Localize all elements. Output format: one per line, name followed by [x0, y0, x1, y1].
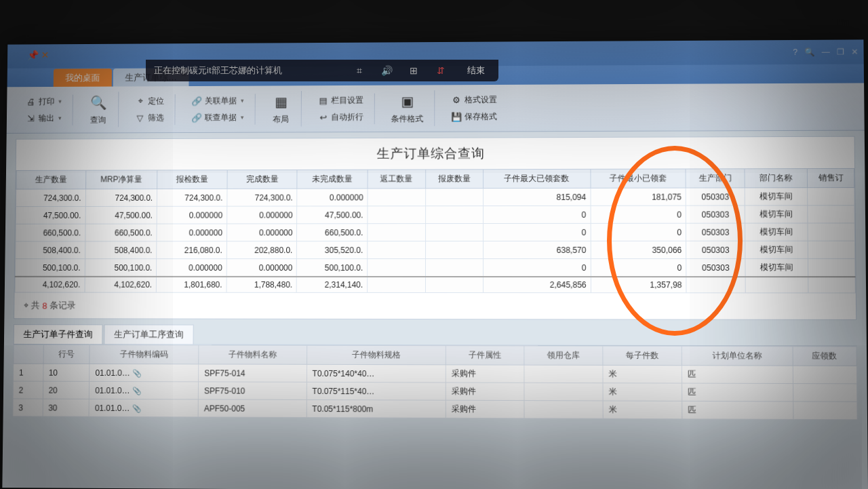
cond-format-button[interactable]: ▣条件格式	[387, 90, 428, 126]
scol-unit[interactable]: 计划单位名称	[682, 346, 793, 366]
report-title: 生产订单综合查询	[16, 137, 854, 170]
col-mrp-net[interactable]: MRP净算量	[85, 170, 157, 189]
scol-name[interactable]: 子件物料名称	[199, 345, 307, 364]
table-row[interactable]: 660,500.0.660,500.0.0.0000000.000000660,…	[16, 223, 855, 241]
report-panel: 生产订单综合查询 生产数量 MRP净算量 报检数量 完成数量 未完成数量 返工数…	[14, 136, 856, 320]
magnify-icon: 🔍	[89, 93, 108, 112]
export-button[interactable]: ⇲输出▾	[21, 111, 66, 125]
main-grid[interactable]: 生产数量 MRP净算量 报检数量 完成数量 未完成数量 返工数量 报废数量 子件…	[15, 168, 856, 294]
scol-per[interactable]: 每子件数	[603, 346, 682, 366]
remote-status: 正在控制碳元it部王芯娜的计算机	[154, 64, 282, 77]
child-grid[interactable]: 行号 子件物料编码 子件物料名称 子件物料规格 子件属性 领用仓库 每子件数 计…	[12, 345, 857, 420]
table-row[interactable]: 11001.01.0… 📎SPF75-014T0.075*140*40…采购件米…	[13, 364, 856, 384]
end-session-button[interactable]: 结束	[462, 63, 490, 78]
ribbon-toolbar: 🖨打印▾ ⇲输出▾ 🔍查询 ⌖定位 ▽筛选 🔗关联单据▾ 🔗联查单据▾ ▦布局 …	[7, 83, 865, 133]
table-row[interactable]: 47,500.00.47,500.00.0.0000000.00000047,5…	[16, 206, 854, 224]
scol-code[interactable]: 子件物料编码	[90, 345, 199, 364]
columns-icon: ▤	[318, 95, 329, 106]
query-button[interactable]: 🔍查询	[85, 92, 112, 127]
col-rework-qty[interactable]: 返工数量	[368, 170, 425, 189]
cursor-icon: ⌖	[24, 300, 28, 311]
print-button[interactable]: 🖨打印▾	[22, 94, 66, 109]
link-icon: 🔗	[191, 96, 202, 106]
layout-button[interactable]: ▦布局	[267, 91, 294, 126]
wrap-icon: ↩	[317, 112, 328, 123]
column-settings-button[interactable]: ▤栏目设置	[314, 93, 368, 107]
pin-icon[interactable]: 📌 ✕	[27, 50, 49, 60]
col-dept-name[interactable]: 部门名称	[745, 169, 808, 188]
save-icon: 💾	[451, 111, 462, 122]
speaker-icon[interactable]: 🔊	[380, 64, 393, 77]
scol-req[interactable]: 应领数	[793, 347, 857, 366]
scol-attr[interactable]: 子件属性	[446, 346, 525, 365]
table-row[interactable]: 508,400.0.508,400.0.216,080.0.202,880.0.…	[16, 241, 855, 258]
tab-desktop[interactable]: 我的桌面	[54, 69, 112, 87]
locate-button[interactable]: ⌖定位	[131, 94, 168, 108]
transfer-icon[interactable]: ⇵	[435, 64, 447, 77]
close-button[interactable]: ✕	[851, 47, 858, 56]
table-row[interactable]: 500,100.0.500,100.0.0.0000000.000000500,…	[15, 258, 855, 277]
layout-icon: ▦	[271, 92, 290, 111]
scol-idx	[14, 345, 43, 364]
table-row[interactable]: 724,300.0.724,300.0.724,300.0.724,300.0.…	[16, 188, 855, 207]
detail-panel: 生产订单子件查询 生产订单工序查询 行号 子件物料编码 子件物料名称 子件物料规…	[12, 324, 857, 420]
add-icon[interactable]: ⊞	[408, 64, 420, 77]
locate-icon: ⌖	[135, 96, 146, 106]
col-prod-qty[interactable]: 生产数量	[16, 170, 86, 189]
format-settings-button[interactable]: ⚙格式设置	[447, 92, 501, 106]
col-dept-code[interactable]: 生产部门	[686, 169, 745, 188]
filter-icon: ▽	[135, 113, 146, 123]
fmt-icon: ⚙	[451, 94, 462, 105]
remote-control-bar: 正在控制碳元it部王芯娜的计算机 ⌗ 🔊 ⊞ ⇵ 结束	[146, 60, 498, 81]
col-child-max[interactable]: 子件最大已领套数	[484, 169, 591, 188]
save-format-button[interactable]: 💾保存格式	[447, 109, 501, 123]
minimize-button[interactable]: —	[822, 47, 830, 57]
export-icon: ⇲	[25, 113, 36, 123]
search-icon[interactable]: 🔍	[804, 47, 814, 57]
scol-spec[interactable]: 子件物料规格	[307, 345, 446, 365]
header-row: 生产数量 MRP净算量 报检数量 完成数量 未完成数量 返工数量 报废数量 子件…	[16, 168, 854, 189]
auto-wrap-button[interactable]: ↩自动折行	[314, 110, 368, 124]
record-count: ⌖ 共8条记录	[14, 293, 856, 319]
filter-button[interactable]: ▽筛选	[131, 111, 168, 125]
col-scrap-qty[interactable]: 报废数量	[425, 170, 483, 189]
col-complete-qty[interactable]: 完成数量	[227, 170, 298, 189]
col-sales-order[interactable]: 销售订	[808, 168, 854, 187]
table-row[interactable]: 4,102,620.4,102,620.1,801,680.1,788,480.…	[15, 277, 855, 293]
subtab-process-query[interactable]: 生产订单工序查询	[104, 324, 193, 344]
printer-icon: 🖨	[25, 96, 36, 107]
subtab-child-query[interactable]: 生产订单子件查询	[14, 324, 103, 344]
scol-line[interactable]: 行号	[43, 345, 90, 364]
col-child-min[interactable]: 子件最小已领套	[591, 169, 686, 188]
scol-wh[interactable]: 领用仓库	[524, 346, 603, 365]
join-doc-button[interactable]: 🔗联查单据▾	[187, 111, 248, 125]
maximize-button[interactable]: ❐	[837, 47, 844, 57]
rel-doc-button[interactable]: 🔗关联单据▾	[187, 94, 248, 108]
col-incomplete-qty[interactable]: 未完成数量	[297, 170, 368, 189]
table-row[interactable]: 33001.01.0… 📎APF50-005T0.05*115*800m采购件米…	[13, 399, 857, 420]
help-icon[interactable]: ?	[793, 47, 797, 57]
qr-icon[interactable]: ⌗	[353, 64, 366, 77]
col-inspect-qty[interactable]: 报检数量	[157, 170, 227, 189]
window-controls: ? 🔍 — ❐ ✕	[793, 47, 858, 57]
condfmt-icon: ▣	[398, 92, 417, 111]
link2-icon: 🔗	[191, 112, 202, 123]
